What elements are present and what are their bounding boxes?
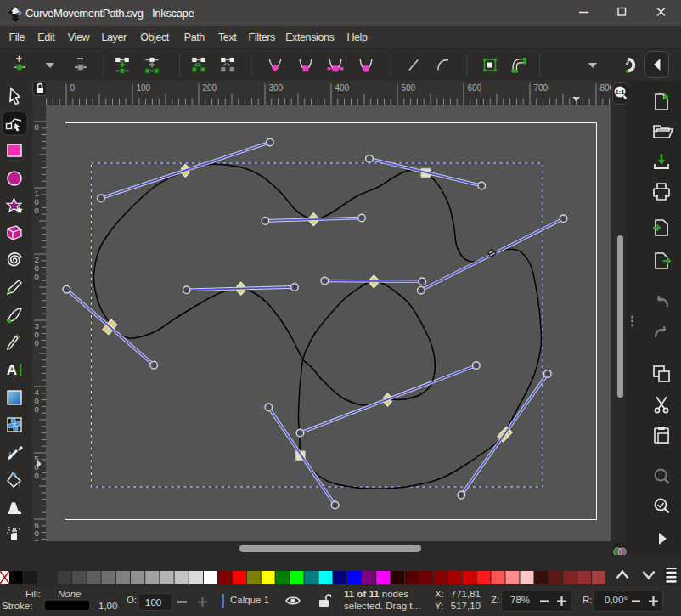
svg-text:200: 200	[203, 83, 217, 93]
svg-text:400: 400	[335, 83, 350, 93]
svg-text:1:1: 1:1	[616, 88, 625, 96]
svg-text:A: A	[7, 362, 17, 378]
svg-text:0: 0	[35, 404, 39, 414]
svg-text:100: 100	[137, 83, 151, 93]
svg-text:0: 0	[35, 272, 39, 281]
svg-text:300: 300	[269, 83, 284, 93]
svg-text:800: 800	[600, 83, 611, 93]
svg-text:700: 700	[534, 83, 549, 93]
svg-text:600: 600	[468, 83, 482, 93]
svg-text:500: 500	[402, 83, 416, 93]
svg-text:0: 0	[35, 471, 39, 480]
svg-text:0: 0	[35, 206, 39, 215]
svg-text:0: 0	[35, 537, 39, 541]
svg-text:0: 0	[35, 122, 39, 132]
svg-text:0: 0	[70, 83, 76, 93]
svg-text:0: 0	[35, 338, 39, 348]
